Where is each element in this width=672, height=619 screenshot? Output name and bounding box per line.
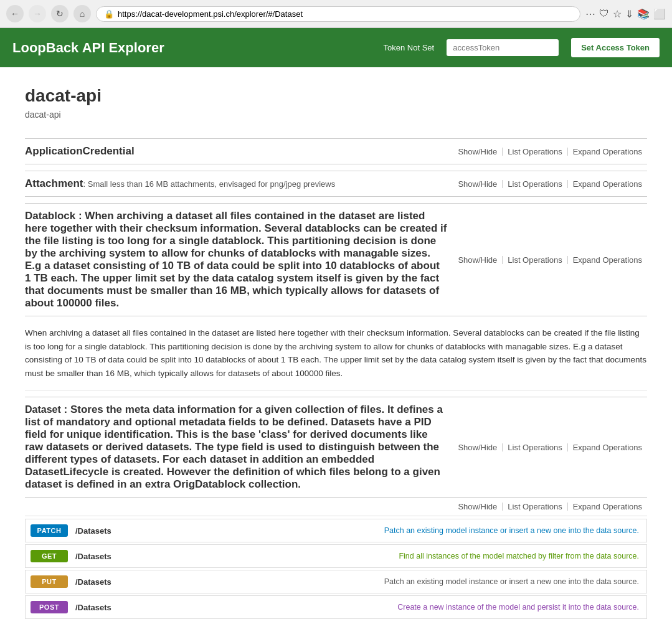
expand-ops-Datablock[interactable]: Expand Operations (568, 256, 647, 264)
section-Dataset: Dataset : Stores the meta data informati… (25, 397, 647, 619)
address-bar: 🔒 (96, 6, 580, 22)
op-row-Dataset-1[interactable]: GET/DatasetsFind all instances of the mo… (25, 544, 647, 568)
op-path-0: /Datasets (73, 526, 185, 536)
section-Attachment: Attachment: Small less than 16 MB attach… (25, 171, 647, 197)
back-button[interactable]: ← (6, 5, 24, 22)
forward-button[interactable]: → (29, 5, 46, 22)
lock-icon: 🔒 (104, 9, 114, 19)
show-hide-Attachment[interactable]: Show/Hide (453, 180, 503, 188)
more-icon[interactable]: ⋯ (585, 8, 595, 20)
op-desc-0: Patch an existing model instance or inse… (185, 526, 646, 535)
section-ApplicationCredential: ApplicationCredentialShow/HideList Opera… (25, 138, 647, 164)
section-desc-Datablock: When archiving a dataset all files conta… (25, 316, 647, 390)
list-ops-Dataset[interactable]: List Operations (503, 443, 567, 451)
section-name-Dataset: Dataset : Stores the meta data informati… (25, 404, 447, 491)
op-row-Dataset-0[interactable]: PATCH/DatasetsPatch an existing model in… (25, 519, 647, 542)
section-actions-Dataset: Show/HideList OperationsExpand Operation… (453, 443, 647, 451)
op-path-3: /Datasets (73, 603, 185, 612)
browser-chrome: ← → ↻ ⌂ 🔒 ⋯ 🛡 ☆ ⇓ 📚 ⬜ (0, 0, 672, 28)
library-icon[interactable]: 📚 (637, 8, 650, 20)
download-icon[interactable]: ⇓ (625, 8, 633, 20)
op-desc-1: Find all instances of the model matched … (185, 552, 646, 560)
expand-ops2-Dataset[interactable]: Expand Operations (568, 503, 647, 511)
home-button[interactable]: ⌂ (73, 5, 91, 22)
section-header-Datablock: Datablock : When archiving a dataset all… (25, 203, 647, 316)
op-badge-PATCH-0: PATCH (31, 524, 68, 537)
op-desc-3: Create a new instance of the model and p… (185, 603, 646, 612)
set-token-button[interactable]: Set Access Token (571, 38, 660, 57)
url-input[interactable] (118, 9, 572, 19)
expand-ops-Dataset[interactable]: Expand Operations (568, 443, 647, 451)
token-label: Token Not Set (384, 43, 435, 52)
main-content: dacat-api dacat-api ApplicationCredentia… (0, 67, 672, 619)
list-ops2-Dataset[interactable]: List Operations (503, 503, 567, 511)
app-header: LoopBack API Explorer Token Not Set Set … (0, 28, 672, 67)
section-name-Datablock: Datablock : When archiving a dataset all… (25, 210, 447, 310)
show-hide-Dataset[interactable]: Show/Hide (453, 443, 503, 451)
expand-ops-Attachment[interactable]: Expand Operations (568, 180, 647, 188)
sections-container: ApplicationCredentialShow/HideList Opera… (25, 138, 647, 619)
section-header-Attachment: Attachment: Small less than 16 MB attach… (25, 171, 647, 197)
reload-button[interactable]: ↻ (51, 5, 69, 22)
access-token-input[interactable] (447, 39, 559, 56)
expand-ops-ApplicationCredential[interactable]: Expand Operations (568, 148, 647, 156)
section-actions-ApplicationCredential: Show/HideList OperationsExpand Operation… (453, 148, 647, 156)
section-header-ApplicationCredential: ApplicationCredentialShow/HideList Opera… (25, 138, 647, 164)
op-badge-PUT-2: PUT (31, 575, 68, 588)
show-hide2-Dataset[interactable]: Show/Hide (453, 503, 503, 511)
show-hide-ApplicationCredential[interactable]: Show/Hide (453, 148, 503, 156)
section-name-Attachment: Attachment: Small less than 16 MB attach… (25, 177, 447, 190)
app-title: LoopBack API Explorer (12, 40, 371, 56)
section-Datablock: Datablock : When archiving a dataset all… (25, 203, 647, 390)
op-path-1: /Datasets (73, 552, 185, 561)
section-ops-actions-Dataset: Show/HideList OperationsExpand Operation… (25, 498, 647, 516)
list-ops-ApplicationCredential[interactable]: List Operations (503, 148, 567, 156)
section-header-Dataset: Dataset : Stores the meta data informati… (25, 397, 647, 498)
section-actions-Attachment: Show/HideList OperationsExpand Operation… (453, 180, 647, 188)
api-title: dacat-api (25, 86, 647, 106)
section-name-ApplicationCredential: ApplicationCredential (25, 145, 447, 158)
bookmark-icon[interactable]: ☆ (613, 8, 622, 20)
op-row-Dataset-2[interactable]: PUT/DatasetsPatch an existing model inst… (25, 570, 647, 593)
op-badge-POST-3: POST (31, 601, 68, 613)
shield-icon[interactable]: 🛡 (599, 8, 609, 19)
api-subtitle: dacat-api (25, 110, 647, 120)
browser-toolbar-icons: ⋯ 🛡 ☆ ⇓ 📚 ⬜ (585, 8, 666, 20)
op-path-2: /Datasets (73, 577, 185, 587)
op-desc-2: Patch an existing model instance or inse… (185, 577, 646, 586)
tabs-icon[interactable]: ⬜ (653, 8, 666, 20)
list-ops-Attachment[interactable]: List Operations (503, 180, 567, 188)
op-row-Dataset-3[interactable]: POST/DatasetsCreate a new instance of th… (25, 595, 647, 619)
op-badge-GET-1: GET (31, 550, 68, 562)
show-hide-Datablock[interactable]: Show/Hide (453, 256, 503, 264)
list-ops-Datablock[interactable]: List Operations (503, 256, 567, 264)
section-actions-Datablock: Show/HideList OperationsExpand Operation… (453, 256, 647, 264)
